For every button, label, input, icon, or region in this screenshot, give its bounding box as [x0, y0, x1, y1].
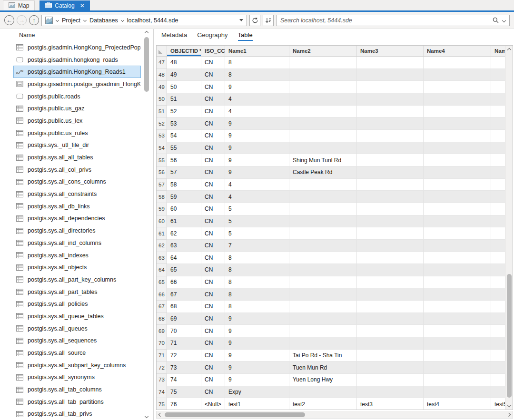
row-number[interactable]: 51	[157, 106, 167, 118]
table-row[interactable]: 4748CN8	[157, 57, 505, 69]
table-row[interactable]: 5152CN4	[157, 106, 505, 118]
row-number[interactable]: 69	[157, 325, 167, 337]
table-row[interactable]: 6768CN8	[157, 301, 505, 313]
table-row[interactable]: 7475CNExpy	[157, 386, 505, 399]
table-cell[interactable]	[491, 240, 505, 252]
table-cell[interactable]	[357, 252, 424, 264]
table-cell[interactable]	[491, 142, 505, 155]
table-row[interactable]: 5253CN9	[157, 117, 505, 130]
table-cell[interactable]	[491, 301, 505, 313]
table-cell[interactable]: 4	[225, 191, 289, 203]
table-cell[interactable]	[357, 191, 424, 203]
scroll-down-icon[interactable]	[145, 414, 148, 418]
table-cell[interactable]: 9	[225, 81, 289, 93]
list-item[interactable]: postgis.sys.all_queues	[13, 322, 141, 335]
table-cell[interactable]	[491, 81, 505, 93]
list-item[interactable]: postgis.sys.all_tab_columns	[13, 383, 141, 396]
breadcrumb-connection[interactable]: localhost, 5444.sde	[127, 17, 178, 24]
table-cell[interactable]: 9	[225, 166, 289, 179]
table-row[interactable]: 5051CN4	[157, 93, 505, 106]
table-cell[interactable]	[424, 179, 491, 191]
column-header[interactable]: Name1	[225, 46, 289, 56]
table-cell[interactable]: 9	[225, 350, 289, 362]
table-row[interactable]: 7273CN9Tuen Mun Rd	[157, 361, 505, 374]
table-cell[interactable]	[357, 130, 424, 142]
table-cell[interactable]	[491, 154, 505, 166]
table-cell[interactable]	[424, 81, 491, 93]
table-cell[interactable]: Castle Peak Rd	[289, 166, 357, 179]
table-cell[interactable]: test2	[289, 398, 357, 410]
table-cell[interactable]: Tuen Mun Rd	[289, 361, 357, 374]
row-number[interactable]: 73	[157, 374, 167, 386]
tab-catalog[interactable]: Catalog ✕	[40, 0, 89, 10]
table-cell[interactable]	[491, 166, 505, 179]
table-cell[interactable]: 59	[167, 191, 201, 203]
table-cell[interactable]: 50	[167, 81, 201, 93]
table-cell[interactable]	[289, 117, 357, 130]
table-cell[interactable]	[357, 325, 424, 337]
table-cell[interactable]: CN	[201, 252, 225, 264]
table-cell[interactable]: CN	[201, 240, 225, 252]
table-cell[interactable]: test4	[424, 398, 491, 410]
table-cell[interactable]	[424, 154, 491, 166]
row-number[interactable]: 55	[157, 154, 167, 166]
column-header[interactable]: Name4	[424, 46, 491, 56]
table-cell[interactable]: 9	[225, 374, 289, 386]
table-cell[interactable]	[357, 288, 424, 301]
table-cell[interactable]	[289, 142, 357, 155]
table-cell[interactable]: 8	[225, 301, 289, 313]
table-row[interactable]: 5556CN9Shing Mun Tunl Rd	[157, 154, 505, 166]
row-number[interactable]: 58	[157, 191, 167, 203]
table-cell[interactable]: 51	[167, 93, 201, 106]
sort-button[interactable]	[263, 15, 274, 26]
table-cell[interactable]: CN	[201, 350, 225, 362]
table-cell[interactable]	[424, 142, 491, 155]
list-item[interactable]: postgis.sys.all_ind_columns	[13, 237, 141, 249]
table-cell[interactable]: 66	[167, 276, 201, 289]
table-cell[interactable]: 57	[167, 166, 201, 179]
table-row[interactable]: 6061CN5	[157, 215, 505, 228]
table-row[interactable]: 7576<Null>test1test2test3test4test5	[157, 398, 505, 410]
table-cell[interactable]	[424, 166, 491, 179]
table-cell[interactable]	[357, 264, 424, 276]
row-number[interactable]: 50	[157, 93, 167, 106]
table-cell[interactable]	[424, 313, 491, 325]
list-item[interactable]: postgis.gisadmin.HongKong_ProjectedPopul…	[13, 41, 141, 54]
row-number[interactable]: 65	[157, 276, 167, 289]
table-cell[interactable]: 73	[167, 361, 201, 374]
table-cell[interactable]: 49	[167, 69, 201, 81]
table-cell[interactable]: 5	[225, 203, 289, 215]
select-all-corner[interactable]	[157, 46, 167, 56]
table-cell[interactable]	[424, 93, 491, 106]
row-number[interactable]: 71	[157, 350, 167, 362]
table-row[interactable]: 5758CN4	[157, 179, 505, 191]
scrollbar-thumb[interactable]	[144, 37, 149, 92]
table-cell[interactable]: 67	[167, 288, 201, 301]
table-row[interactable]: 7071CN9	[157, 337, 505, 350]
table-cell[interactable]: test5	[491, 398, 505, 410]
table-cell[interactable]	[357, 301, 424, 313]
table-cell[interactable]: <Null>	[201, 398, 225, 410]
scroll-right-icon[interactable]	[507, 413, 511, 417]
table-cell[interactable]	[357, 350, 424, 362]
table-cell[interactable]	[357, 386, 424, 399]
table-cell[interactable]: 9	[225, 117, 289, 130]
table-cell[interactable]: 4	[225, 106, 289, 118]
table-cell[interactable]	[491, 350, 505, 362]
table-row[interactable]: 6970CN9	[157, 325, 505, 337]
table-cell[interactable]	[357, 374, 424, 386]
table-cell[interactable]	[357, 179, 424, 191]
table-cell[interactable]	[289, 301, 357, 313]
table-cell[interactable]: 61	[167, 215, 201, 228]
table-cell[interactable]: CN	[201, 179, 225, 191]
row-number[interactable]: 75	[157, 398, 167, 410]
list-item[interactable]: postgis.sys.all_part_tables	[13, 286, 141, 298]
row-number[interactable]: 68	[157, 313, 167, 325]
list-item[interactable]: postgis.sys.all_synonyms	[13, 371, 141, 384]
list-item[interactable]: postgis.sys.all_policies	[13, 298, 141, 310]
table-cell[interactable]	[289, 264, 357, 276]
column-header[interactable]: OBJECTID *	[167, 46, 201, 56]
list-item[interactable]: postgis.sys.all_sequences	[13, 335, 141, 347]
scroll-left-icon[interactable]	[158, 413, 162, 417]
table-cell[interactable]: 72	[167, 350, 201, 362]
